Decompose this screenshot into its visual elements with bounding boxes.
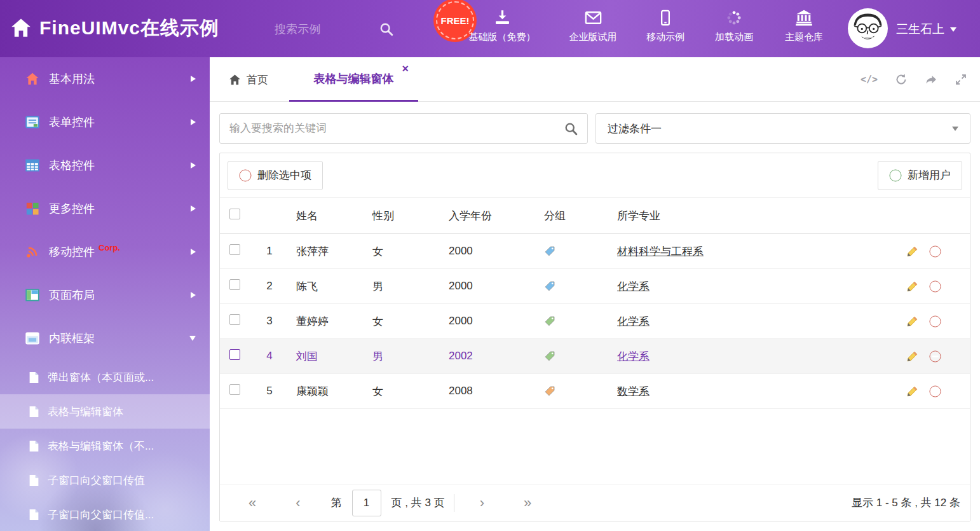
delete-minus-icon[interactable]: [929, 315, 941, 328]
file-icon: [29, 440, 39, 452]
sidebar-item-label: 基本用法: [49, 71, 95, 86]
avatar-face-icon: [849, 10, 887, 47]
search-icon[interactable]: [379, 22, 393, 36]
nav-item-enterprise-trial[interactable]: 企业版试用: [569, 9, 617, 43]
bank-icon: [795, 9, 813, 27]
major-link[interactable]: 数学系: [617, 385, 650, 397]
delete-minus-icon[interactable]: [929, 385, 941, 397]
edit-pencil-icon[interactable]: [906, 245, 918, 258]
select-all-checkbox[interactable]: [229, 209, 240, 219]
delete-minus-icon[interactable]: [929, 280, 941, 293]
nav-item-basic-free[interactable]: 基础版（免费）: [469, 9, 536, 43]
sidebar-item-more-controls[interactable]: 更多控件: [0, 187, 210, 230]
page-label-prefix: 第: [331, 495, 342, 510]
cell-year: 2000: [441, 280, 536, 293]
row-number: 5: [250, 385, 289, 397]
delete-minus-icon[interactable]: [929, 245, 941, 258]
filter-dropdown-value: 过滤条件一: [608, 121, 662, 136]
table-row[interactable]: 5 康颖颖 女 2008 数学系: [220, 374, 970, 409]
add-user-button[interactable]: 新增用户: [878, 161, 962, 190]
download-icon: [493, 9, 511, 27]
sidebar-item-mobile-controls[interactable]: 移动控件 Corp.: [0, 230, 210, 273]
sidebar-subitem-label: 子窗口向父窗口传值...: [48, 507, 154, 522]
spinner-icon: [725, 9, 743, 27]
refresh-icon[interactable]: [895, 73, 908, 86]
sidebar-item-form-controls[interactable]: 表单控件: [0, 100, 210, 144]
blocks-icon: [25, 202, 39, 216]
sidebar-subitem-child-to-parent[interactable]: 子窗口向父窗口传值: [0, 463, 210, 497]
tag-icon: [544, 280, 555, 292]
share-icon[interactable]: [925, 73, 937, 86]
home-icon[interactable]: [10, 17, 32, 39]
row-checkbox[interactable]: [229, 384, 240, 395]
nav-label: 基础版（免费）: [469, 31, 536, 43]
sidebar-subitem-label: 表格与编辑窗体（不...: [48, 439, 154, 453]
table-row[interactable]: 3 董婷婷 女 2000 化学系: [220, 304, 970, 339]
nav-item-loading-animation[interactable]: 加载动画: [715, 9, 753, 43]
keyword-search-box: [219, 113, 588, 144]
row-checkbox[interactable]: [229, 314, 240, 325]
search-icon[interactable]: [564, 122, 578, 135]
tab-label: 表格与编辑窗体: [314, 71, 394, 86]
edit-pencil-icon[interactable]: [906, 315, 918, 328]
close-icon[interactable]: ×: [402, 63, 409, 74]
cell-name: 张萍萍: [289, 244, 365, 259]
last-page-icon[interactable]: »: [524, 496, 531, 510]
cell-year: 2000: [441, 315, 536, 328]
expand-icon[interactable]: [955, 73, 967, 86]
edit-pencil-icon[interactable]: [906, 350, 918, 362]
nav-item-mobile-demo[interactable]: 移动示例: [646, 9, 684, 43]
major-link[interactable]: 化学系: [617, 350, 650, 362]
page-label-suffix: 页 , 共 3 页: [391, 495, 445, 510]
sidebar-subitem-grid-edit-window-2[interactable]: 表格与编辑窗体（不...: [0, 429, 210, 463]
user-menu[interactable]: 三生石上: [896, 21, 956, 38]
column-year: 入学年份: [441, 209, 536, 223]
table-row[interactable]: 2 陈飞 男 2000 化学系: [220, 269, 970, 304]
prev-page-icon[interactable]: ‹: [296, 496, 300, 510]
sidebar-item-basic-usage[interactable]: 基本用法: [0, 57, 210, 100]
table-row[interactable]: 1 张萍萍 女 2000 材料科学与工程系: [220, 234, 970, 269]
next-page-icon[interactable]: ›: [480, 496, 484, 510]
keyword-search-input[interactable]: [229, 122, 564, 135]
row-checkbox[interactable]: [229, 244, 240, 255]
cell-name: 刘国: [289, 349, 365, 364]
major-link[interactable]: 化学系: [617, 315, 650, 328]
caret-down-icon: [952, 127, 958, 131]
layout-icon: [25, 288, 39, 302]
column-major: 所学专业: [609, 209, 900, 223]
page-number-input[interactable]: [352, 490, 381, 516]
sidebar-subitem-child-to-parent-2[interactable]: 子窗口向父窗口传值...: [0, 497, 210, 531]
sidebar-item-label: 移动控件: [49, 244, 95, 259]
code-icon[interactable]: </>: [861, 74, 878, 85]
sidebar-item-iframe[interactable]: 内联框架: [0, 317, 210, 360]
form-icon: [25, 115, 39, 129]
row-checkbox[interactable]: [229, 349, 240, 360]
sidebar-item-grid-controls[interactable]: 表格控件: [0, 144, 210, 187]
column-name: 姓名: [289, 209, 365, 223]
first-page-icon[interactable]: «: [248, 496, 256, 510]
sidebar-item-page-layout[interactable]: 页面布局: [0, 273, 210, 317]
avatar[interactable]: [848, 8, 888, 48]
sidebar-subitem-popup-window[interactable]: 弹出窗体（本页面或...: [0, 360, 210, 394]
app-title: FineUIMvc在线示例: [39, 15, 219, 41]
major-link[interactable]: 化学系: [617, 280, 650, 293]
delete-selected-button[interactable]: 删除选中项: [228, 161, 323, 190]
tab-grid-edit-window[interactable]: 表格与编辑窗体 ×: [289, 57, 418, 102]
table-row-selected[interactable]: 4 刘国 男 2002 化学系: [220, 339, 970, 374]
filter-dropdown[interactable]: 过滤条件一: [595, 113, 970, 144]
nav-label: 移动示例: [646, 31, 684, 43]
row-checkbox[interactable]: [229, 279, 240, 290]
delete-minus-icon[interactable]: [929, 350, 941, 362]
file-icon: [29, 474, 39, 486]
column-group: 分组: [536, 209, 609, 223]
tab-home[interactable]: 首页: [229, 57, 268, 102]
edit-pencil-icon[interactable]: [906, 280, 918, 293]
tag-icon: [544, 350, 555, 362]
sidebar-subitem-grid-edit-window[interactable]: 表格与编辑窗体: [0, 394, 210, 429]
major-link[interactable]: 材料科学与工程系: [617, 245, 704, 258]
sidebar-item-label: 表单控件: [49, 114, 95, 130]
nav-item-theme-repo[interactable]: 主题仓库: [785, 9, 823, 43]
main-content: 首页 表格与编辑窗体 × </> 过滤条件一 删除选中项: [210, 57, 980, 531]
edit-pencil-icon[interactable]: [906, 385, 918, 397]
header-search-input[interactable]: [275, 23, 379, 36]
